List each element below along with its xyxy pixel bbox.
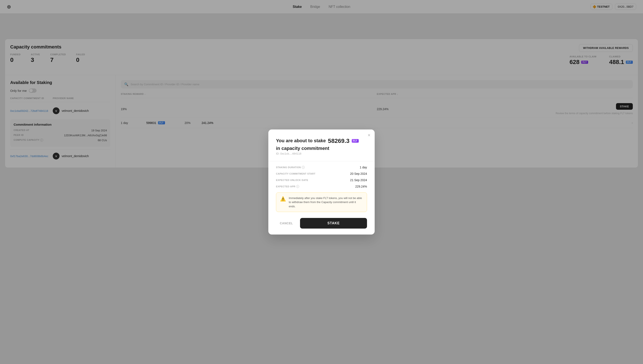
detail-label-2: EXPECTED UNLOCK DATE xyxy=(276,179,308,181)
modal-title: You are about to stake 58269.3 FLT xyxy=(276,137,367,145)
modal-amount: 58269.3 xyxy=(328,137,349,145)
detail-label-0: STAKING DURATION i xyxy=(276,166,305,169)
detail-row-0: STAKING DURATION i 1 day xyxy=(276,166,367,169)
detail-row-1: CAPACITY COMMITMENT START 20 Sep 2024 xyxy=(276,172,367,176)
detail-label-1: CAPACITY COMMITMENT START xyxy=(276,172,315,175)
warning-text: Immediately after you stake FLT tokens, … xyxy=(289,196,363,208)
modal-overlay: × You are about to stake 58269.3 FLT in … xyxy=(0,0,643,364)
stake-confirm-button[interactable]: STAKE xyxy=(300,218,367,228)
modal-subtitle: in capacity commitment xyxy=(276,146,367,151)
modal-close-button[interactable]: × xyxy=(368,133,370,138)
detail-value-1: 20 Sep 2024 xyxy=(350,172,367,176)
modal-title-prefix: You are about to stake xyxy=(276,138,326,144)
detail-info-icon-0: i xyxy=(302,166,305,169)
warning-box: ⚠️ Immediately after you stake FLT token… xyxy=(276,192,367,212)
detail-value-0: 1 day xyxy=(360,166,367,169)
warning-icon: ⚠️ xyxy=(280,196,286,202)
modal-actions: CANCEL STAKE xyxy=(276,218,367,228)
modal-details: STAKING DURATION i 1 day CAPACITY COMMIT… xyxy=(276,166,367,188)
modal-flt-badge: FLT xyxy=(352,139,359,143)
detail-label-3: EXPECTED APR i xyxy=(276,185,299,188)
modal: × You are about to stake 58269.3 FLT in … xyxy=(268,130,375,235)
cancel-button[interactable]: CANCEL xyxy=(276,218,296,228)
detail-value-2: 21 Sep 2024 xyxy=(350,178,367,182)
modal-divider xyxy=(268,161,375,162)
modal-id: ID: 0xc1cb....484118 xyxy=(276,152,367,155)
detail-value-3: 229.24% xyxy=(355,185,367,188)
detail-row-2: EXPECTED UNLOCK DATE 21 Sep 2024 xyxy=(276,178,367,182)
detail-info-icon-3: i xyxy=(296,185,299,188)
detail-row-3: EXPECTED APR i 229.24% xyxy=(276,185,367,188)
